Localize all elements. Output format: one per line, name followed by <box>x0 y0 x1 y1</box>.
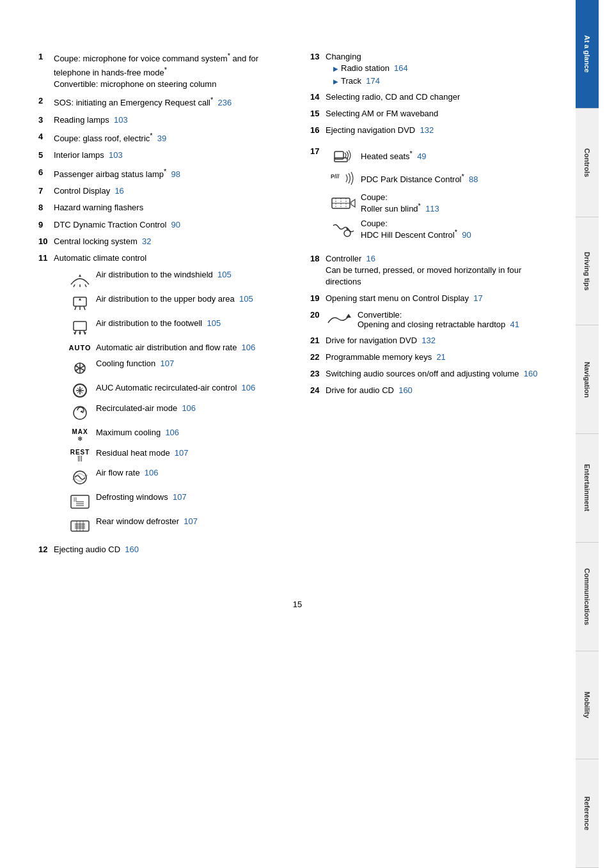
auc-circle-icon <box>73 384 87 398</box>
link-21-22[interactable]: 21 <box>436 352 445 362</box>
link-174[interactable]: 174 <box>366 76 380 86</box>
link-164[interactable]: 164 <box>394 63 408 73</box>
link-16-7[interactable]: 16 <box>114 186 123 196</box>
link-132-16[interactable]: 132 <box>420 125 434 135</box>
entry-17-sub: Heated seats* 49 P /// <box>326 146 478 245</box>
entry-num-21: 21 <box>310 335 326 346</box>
entry-num-9: 9 <box>38 219 54 231</box>
link-16-18[interactable]: 16 <box>366 254 375 263</box>
link-98[interactable]: 98 <box>171 169 180 179</box>
link-107-c[interactable]: 107 <box>160 359 174 368</box>
sub-air-windshield: Air distribution to the windshield 105 <box>58 269 285 290</box>
roller-sun-blind-icon <box>326 194 361 212</box>
air-upper-icon <box>64 293 96 314</box>
entry-10: 10 Central locking system 32 <box>38 236 285 247</box>
link-106-max[interactable]: 106 <box>165 428 179 437</box>
entry-num-1: 1 <box>38 51 54 90</box>
sub-rest: REST ||| Residual heat mode 107 <box>58 447 285 463</box>
svg-line-5 <box>75 306 76 310</box>
link-160-24[interactable]: 160 <box>398 385 413 395</box>
link-107-defrost[interactable]: 107 <box>173 492 187 502</box>
auc-text: AUC Automatic recirculated-air control 1… <box>96 382 285 394</box>
sub-rear-defrost: Rear window defroster 107 <box>58 516 285 536</box>
link-103-5[interactable]: 103 <box>109 150 123 160</box>
sub-defrost: ||| Defrosting windows 107 <box>58 492 285 512</box>
link-160-12[interactable]: 160 <box>125 545 139 554</box>
entry-num-23: 23 <box>310 368 326 380</box>
max-cooling-icon: MAX ❄ <box>64 427 96 444</box>
entry-text-19: Opening start menu on Control Display 17 <box>326 293 556 304</box>
entry-num-8: 8 <box>38 202 54 213</box>
link-105-f[interactable]: 105 <box>207 318 221 328</box>
svg-text:|||: ||| <box>74 497 77 502</box>
hdc-icon <box>326 221 361 238</box>
link-90-hdc[interactable]: 90 <box>462 231 471 240</box>
link-106-auto[interactable]: 106 <box>242 343 256 352</box>
entry-num-19: 19 <box>310 293 326 304</box>
entry-num-5: 5 <box>38 150 54 161</box>
entry-num-13: 13 <box>310 51 326 89</box>
defrost-icon: ||| <box>64 492 96 512</box>
svg-marker-45 <box>351 199 355 207</box>
sidebar-tab-reference[interactable]: Reference <box>576 759 599 868</box>
link-90-9[interactable]: 90 <box>171 220 180 229</box>
entry-text-1: Coupe: microphone for voice command syst… <box>54 51 285 90</box>
hdc-text: Coupe:HDC Hill Descent Control* 90 <box>361 219 471 240</box>
entry-num-6: 6 <box>38 167 54 181</box>
entry-20-content: Convertible:Opening and closing retracta… <box>326 310 519 330</box>
sidebar-tab-communications[interactable]: Communications <box>576 543 599 651</box>
entry-num-2: 2 <box>38 95 54 109</box>
entry-text-3: Reading lamps 103 <box>54 114 285 126</box>
entry-text-2: SOS: initiating an Emergency Request cal… <box>54 95 285 109</box>
roller-sun-blind-text: Coupe:Roller sun blind* 113 <box>361 192 439 213</box>
sidebar-tab-at-a-glance[interactable]: At a glance <box>576 0 599 109</box>
link-17-19[interactable]: 17 <box>473 293 482 303</box>
svg-rect-40 <box>335 158 347 162</box>
sidebar-tab-navigation[interactable]: Navigation <box>576 325 599 434</box>
entry-text-7: Control Display 16 <box>54 185 285 197</box>
link-32[interactable]: 32 <box>142 236 151 246</box>
link-160-23[interactable]: 160 <box>524 369 538 378</box>
cooling-icon <box>64 358 96 378</box>
link-236[interactable]: 236 <box>217 98 232 108</box>
link-88[interactable]: 88 <box>469 174 478 184</box>
link-41[interactable]: 41 <box>510 320 519 329</box>
link-106-recirc[interactable]: 106 <box>182 403 196 413</box>
link-107-rear[interactable]: 107 <box>184 516 198 526</box>
link-105-w[interactable]: 105 <box>217 270 232 279</box>
sidebar-tab-controls[interactable]: Controls <box>576 109 599 217</box>
svg-line-2 <box>85 284 86 287</box>
link-106-airflow[interactable]: 106 <box>145 468 159 477</box>
svg-point-46 <box>344 230 350 236</box>
entry-text-21: Drive for navigation DVD 132 <box>326 335 556 346</box>
entry-3: 3 Reading lamps 103 <box>38 114 285 126</box>
bullet-radio: ▶ <box>333 65 338 74</box>
retractable-hardtop-text: Convertible:Opening and closing retracta… <box>358 310 519 329</box>
link-132-21[interactable]: 132 <box>421 336 436 345</box>
entry-num-24: 24 <box>310 385 326 396</box>
entry-7: 7 Control Display 16 <box>38 185 285 197</box>
entry-21: 21 Drive for navigation DVD 132 <box>310 335 556 346</box>
entry-23: 23 Switching audio sources on/off and ad… <box>310 368 556 380</box>
entry-num-12: 12 <box>38 544 54 555</box>
auto-text: Automatic air distribution and flow rate… <box>96 342 285 353</box>
entry-6: 6 Passenger airbag status lamp* 98 <box>38 167 285 181</box>
sidebar-tab-entertainment[interactable]: Entertainment <box>576 434 599 543</box>
recirc-icon <box>64 403 96 423</box>
link-39[interactable]: 39 <box>157 134 166 143</box>
svg-point-24 <box>74 407 86 419</box>
entry-num-11: 11 <box>38 252 54 264</box>
sidebar-tab-driving-tips[interactable]: Driving tips <box>576 217 599 326</box>
link-106-auc[interactable]: 106 <box>242 383 256 392</box>
air-footwell-icon <box>64 318 96 338</box>
entry-text-14: Selecting radio, CD and CD changer <box>326 91 556 103</box>
page-number: 15 <box>38 600 556 609</box>
sidebar-tab-mobility[interactable]: Mobility <box>576 651 599 760</box>
link-107-rest[interactable]: 107 <box>175 448 189 458</box>
link-113[interactable]: 113 <box>425 204 439 213</box>
link-49[interactable]: 49 <box>417 151 426 161</box>
link-103-3[interactable]: 103 <box>114 115 128 125</box>
defrost-text: Defrosting windows 107 <box>96 492 285 503</box>
climate-sub-items: Air distribution to the windshield 105 <box>38 269 285 536</box>
link-105-u[interactable]: 105 <box>239 294 253 304</box>
